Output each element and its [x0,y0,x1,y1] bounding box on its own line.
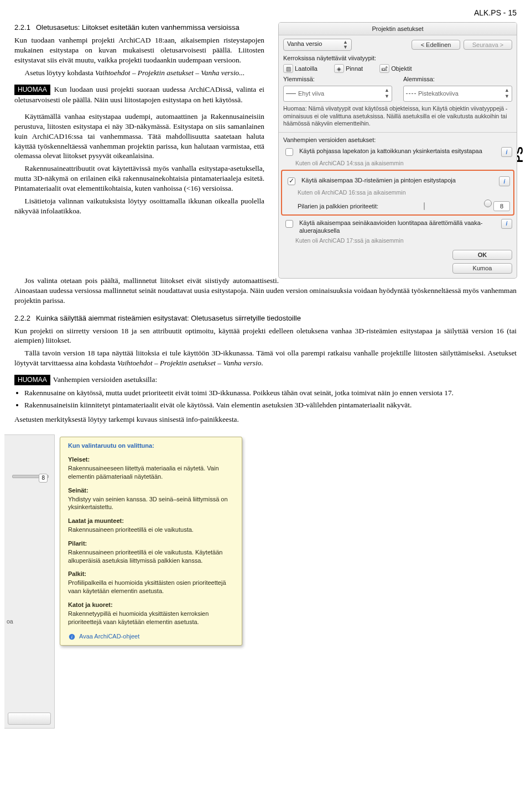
chip-objektit: 🛋Objektit [379,64,412,73]
section-221-p7: Jos valinta otetaan pois päältä, mallinn… [14,276,517,306]
huomaa-badge: HUOMAA [14,85,50,95]
section-222-p2b: Vaihtoehdot – Projektin asetukset – Vanh… [117,359,261,367]
object-icon: 🛋 [379,64,389,73]
alemmissa-label: Alemmissa: [403,75,512,83]
panel-title: Projektin asetukset [279,23,517,35]
prev-button[interactable]: < Edellinen [412,40,460,50]
info-button-1[interactable]: i [501,147,512,157]
section-221-p2b: Vaihtoehdot – Projektin asetukset – Vanh… [95,69,244,77]
tt-s4b: Rakennusaineen prioriteetillä ei ole vai… [68,548,234,565]
priority-label: Pilarien ja palkkien prioriteetit: [298,202,424,210]
section-222-p2a: Tällä tavoin version 18 tapa näyttää lii… [14,349,517,367]
chip-laatoilla: ▨Laatoilla [283,64,317,73]
check2[interactable] [288,177,295,185]
version-select-value: Vanha versio [287,40,322,47]
highlighted-option: Käytä aikaisempaa 3D-risteämien ja pinto… [281,170,514,216]
project-settings-panel: Projektin asetukset Vanha versio ▲▼ < Ed… [279,23,517,278]
tt-s4t: Pilarit: [68,539,234,548]
section-221-heading: 2.2.1 Oletusasetus: Liitokset esitetään … [14,23,264,33]
info-button-2[interactable]: i [499,176,510,186]
section-222-note-block: HUOMAA Vanhempien versioiden asetuksilla… [14,375,517,385]
priority-slider[interactable] [424,202,490,210]
section-221-num: 2.2.1 [14,23,30,32]
version-select[interactable]: Vanha versio ▲▼ [283,39,352,51]
tt-s3b: Rakennusaineen prioriteetillä ei ole vai… [68,526,234,534]
lower-line-select[interactable]: Pistekatkoviiva ▲▼ [403,86,512,102]
bullet-2: Rakennusaineisiin kiinnitetyt pintamater… [24,400,517,410]
section-222-p3: Asetusten merkityksestä löytyy tarkempi … [14,415,517,425]
section-221-p5: Rakennusaineattribuutit ovat käytettävis… [14,164,264,193]
tt-s1t: Yleiset: [68,455,234,464]
slab-icon: ▨ [283,64,293,73]
tooltip-figure: 8 oa Kun valintaruutu on valittuna: Ylei… [4,437,242,729]
section-221-p6: Lisätietoja valinnan vaikutuksista löyty… [14,196,264,216]
older-versions-label: Vanhempien versioiden asetukset: [283,136,512,144]
page-reference: ALK.PS - 15 [14,8,517,18]
section-222-bullets: Rakennusaine on käytössä, mutta uudet pr… [14,388,517,410]
check1[interactable] [285,148,293,156]
layers-label: Kerroksissa näytettävät viivatyypit: [283,54,512,62]
cancel-button[interactable]: Kumoa [452,263,512,273]
section-221-title: Oletusasetus: Liitokset esitetään kuten … [36,23,240,32]
tt-s2b: Yhdistyy vain seinien kanssa. 3D seinä–s… [68,495,234,512]
gutter-tag: oa [7,617,13,625]
section-221-p2: Asetus löytyy kohdasta Vaihtoehdot – Pro… [14,68,264,78]
surface-icon: ◈ [334,64,344,73]
tooltip-footer-text: Avaa ArchiCAD-ohjeet [79,632,139,641]
tt-s3t: Laatat ja muunteet: [68,517,234,525]
info-icon: i [68,633,76,640]
tooltip-head: Kun valintaruutu on valittuna: [68,442,234,450]
section-222-lead: Vanhempien versioiden asetuksilla: [51,375,157,384]
section-222-p1: Kun projekti on siirretty versioon 18 ja… [14,326,517,346]
next-button: Seuraava > [464,40,512,50]
check1-row: Käytä pohjassa lapekaton ja kattoikkunan… [283,147,512,158]
tt-s6b: Rakennetyypillä ei huomioida yksittäiste… [68,610,234,626]
huomaa-badge-2: HUOMAA [14,375,50,385]
tooltip-panel: Kun valintaruutu on valittuna: Yleiset: … [60,437,242,646]
bullet-1: Rakennusaine on käytössä, mutta uudet pr… [24,388,517,398]
tooltip-footer-link[interactable]: i Avaa ArchiCAD-ohjeet [68,632,234,641]
check3-sub: Kuten oli ArchiCAD 17:ssä ja aikaisemmin [295,237,512,245]
gutter-slider-val: 8 [39,474,48,483]
section-222-heading: 2.2.2 Kuinka säilyttää aiemmat risteämie… [14,313,517,323]
panel-note: Huomaa: Nämä viivatyypit ovat käytössä o… [283,105,512,128]
ylemmissa-label: Ylemmissä: [283,75,392,83]
section-221-p1: Kun tuodaan vanhempi projekti ArchiCAD 1… [14,35,264,65]
check3-label: Käytä aikaisempaa seinäkaavioiden luonti… [299,219,497,235]
tt-s5t: Palkit: [68,570,234,578]
check1-sub: Kuten oli ArchiCAD 14:ssa ja aikaisemmin [295,160,512,167]
section-222-title: Kuinka säilyttää aiemmat risteämien esit… [36,314,301,322]
section-221-p2a: Asetus löytyy kohdasta [25,69,95,77]
section-221-note-block: HUOMAA Kun luodaan uusi projekti suoraan… [14,85,264,105]
check2-sub: Kuten oli ArchiCAD 16:ssa ja aikaisemmin [298,189,510,197]
tt-s5b: Profiilipalkeilla ei huomioida yksittäis… [68,579,234,595]
check3[interactable] [285,220,293,228]
tt-s6t: Katot ja kuoret: [68,601,234,609]
upper-line-select[interactable]: Ehyt viiva ▲▼ [283,86,392,102]
tt-s1b: Rakennusaineeseen liitettyä materiaalia … [68,464,234,481]
ok-button[interactable]: OK [452,250,512,260]
section-222-num: 2.2.2 [14,314,30,322]
gutter-slider: 8 [12,475,49,483]
check1-label: Käytä pohjassa lapekaton ja kattoikkunan… [299,147,497,155]
section-221-p3: Kun luodaan uusi projekti suoraan uudess… [14,85,264,104]
check3-row: Käytä aikaisempaa seinäkaavioiden luonti… [283,219,512,235]
info-button-3[interactable]: i [501,219,512,229]
priority-value: 8 [493,201,510,211]
tt-s2t: Seinät: [68,486,234,495]
chip-pinnat: ◈Pinnat [334,64,363,73]
gutter-strip: 8 oa [4,434,55,729]
section-222-p2: Tällä tavoin version 18 tapa näyttää lii… [14,348,517,368]
check2-label: Käytä aikaisempaa 3D-risteämien ja pinto… [301,176,494,184]
section-221-p4: Käyttämällä vanhaa esitystapaa uudempi, … [14,112,264,161]
